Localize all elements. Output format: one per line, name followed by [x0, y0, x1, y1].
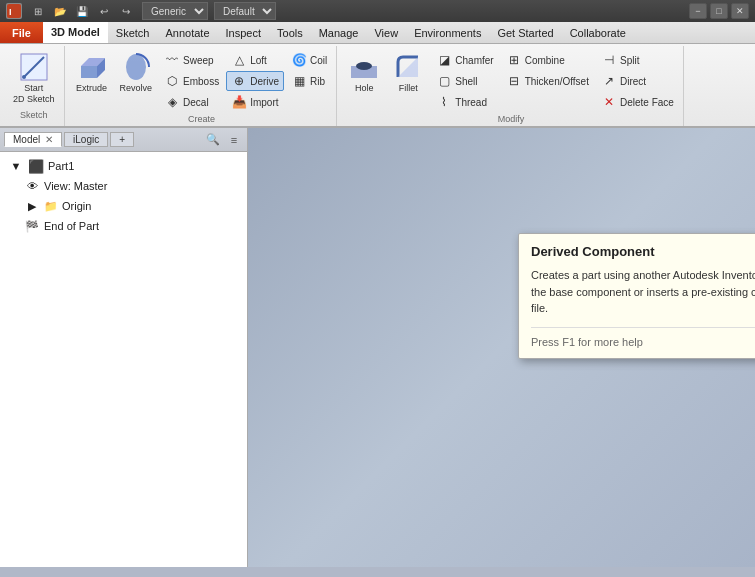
create-group: Extrude Revolve 〰 Sweep [67, 46, 338, 126]
origin-label: Origin [62, 200, 91, 212]
ilogic-tab[interactable]: iLogic [64, 132, 108, 147]
direct-button[interactable]: ↗ Direct [596, 71, 679, 91]
direct-icon: ↗ [601, 73, 617, 89]
sweep-button[interactable]: 〰 Sweep [159, 50, 224, 70]
thicken-icon: ⊟ [506, 73, 522, 89]
tree-end-of-part[interactable]: 🏁 End of Part [20, 216, 243, 236]
rib-label: Rib [310, 76, 325, 87]
panel-tabs: Model ✕ iLogic + [4, 132, 134, 147]
coil-icon: 🌀 [291, 52, 307, 68]
start-sketch-button[interactable]: Start2D Sketch [8, 48, 60, 108]
revolve-button[interactable]: Revolve [115, 48, 158, 97]
tree-part1[interactable]: ▼ ⬛ Part1 [4, 156, 243, 176]
loft-button[interactable]: △ Loft [226, 50, 284, 70]
svg-point-10 [356, 62, 372, 70]
svg-text:I: I [9, 7, 12, 17]
title-bar: I ⊞ 📂 💾 ↩ ↪ Generic Default − □ ✕ [0, 0, 755, 22]
thicken-button[interactable]: ⊟ Thicken/Offset [501, 71, 594, 91]
fillet-label: Fillet [399, 83, 418, 94]
menu-tools[interactable]: Tools [269, 22, 311, 43]
fillet-button[interactable]: Fillet [387, 48, 429, 97]
coil-label: Coil [310, 55, 327, 66]
modify-group-label: Modify [498, 114, 525, 124]
close-btn[interactable]: ✕ [731, 3, 749, 19]
tree-origin[interactable]: ▶ 📁 Origin [20, 196, 243, 216]
panel-menu-btn[interactable]: ≡ [225, 131, 243, 149]
generic-dropdown[interactable]: Generic [142, 2, 208, 20]
derive-label: Derive [250, 76, 279, 87]
panel-search-btn[interactable]: 🔍 [204, 131, 222, 149]
tooltip-body: Creates a part using another Autodesk In… [531, 267, 755, 317]
delete-face-button[interactable]: ✕ Delete Face [596, 92, 679, 112]
menu-3d-model[interactable]: 3D Model [43, 22, 108, 43]
model-tab-close[interactable]: ✕ [45, 134, 53, 145]
extrude-icon [76, 51, 108, 83]
menu-sketch[interactable]: Sketch [108, 22, 158, 43]
tooltip-title: Derived Component [531, 244, 755, 259]
add-tab[interactable]: + [110, 132, 134, 147]
emboss-icon: ⬡ [164, 73, 180, 89]
split-button[interactable]: ⊣ Split [596, 50, 679, 70]
main-area: Model ✕ iLogic + 🔍 ≡ ▼ ⬛ Part1 👁 Vi [0, 128, 755, 567]
save-btn[interactable]: 💾 [72, 3, 92, 19]
create-group-label: Create [188, 114, 215, 124]
part1-icon: ▼ [8, 158, 24, 174]
rib-button[interactable]: ▦ Rib [286, 71, 332, 91]
file-menu[interactable]: File [0, 22, 43, 43]
new-btn[interactable]: ⊞ [28, 3, 48, 19]
ribbon: Start2D Sketch Sketch Extrude [0, 44, 755, 128]
tooltip-help: Press F1 for more help [531, 327, 755, 348]
decal-icon: ◈ [164, 94, 180, 110]
view-master-icon: 👁 [24, 178, 40, 194]
part1-model-icon: ⬛ [28, 159, 44, 174]
emboss-button[interactable]: ⬡ Emboss [159, 71, 224, 91]
end-of-part-label: End of Part [44, 220, 99, 232]
sketch-group: Start2D Sketch Sketch [4, 46, 65, 126]
menu-inspect[interactable]: Inspect [218, 22, 269, 43]
menu-collaborate[interactable]: Collaborate [562, 22, 634, 43]
ilogic-tab-label: iLogic [73, 134, 99, 145]
open-btn[interactable]: 📂 [50, 3, 70, 19]
import-button[interactable]: 📥 Import [226, 92, 284, 112]
hole-label: Hole [355, 83, 374, 94]
menu-view[interactable]: View [366, 22, 406, 43]
extrude-button[interactable]: Extrude [71, 48, 113, 97]
minimize-btn[interactable]: − [689, 3, 707, 19]
chamfer-button[interactable]: ◪ Chamfer [431, 50, 498, 70]
model-tree: ▼ ⬛ Part1 👁 View: Master ▶ 📁 Origin 🏁 En… [0, 152, 247, 567]
part1-label: Part1 [48, 160, 74, 172]
shell-button[interactable]: ▢ Shell [431, 71, 498, 91]
menu-annotate[interactable]: Annotate [158, 22, 218, 43]
thread-button[interactable]: ⌇ Thread [431, 92, 498, 112]
maximize-btn[interactable]: □ [710, 3, 728, 19]
model-tab-label: Model [13, 134, 40, 145]
default-dropdown[interactable]: Default [214, 2, 276, 20]
decal-button[interactable]: ◈ Decal [159, 92, 224, 112]
decal-label: Decal [183, 97, 209, 108]
combine-button[interactable]: ⊞ Combine [501, 50, 594, 70]
redo-btn[interactable]: ↪ [116, 3, 136, 19]
shell-label: Shell [455, 76, 477, 87]
menu-manage[interactable]: Manage [311, 22, 367, 43]
menu-get-started[interactable]: Get Started [489, 22, 561, 43]
menu-environments[interactable]: Environments [406, 22, 489, 43]
svg-rect-5 [81, 66, 97, 78]
start-sketch-icon [18, 51, 50, 83]
tree-view-master[interactable]: 👁 View: Master [20, 176, 243, 196]
menu-bar: File 3D Model Sketch Annotate Inspect To… [0, 22, 755, 44]
import-label: Import [250, 97, 278, 108]
model-tab[interactable]: Model ✕ [4, 132, 62, 147]
thicken-label: Thicken/Offset [525, 76, 589, 87]
undo-btn[interactable]: ↩ [94, 3, 114, 19]
thread-icon: ⌇ [436, 94, 452, 110]
origin-expand-icon: ▶ [24, 198, 40, 214]
coil-button[interactable]: 🌀 Coil [286, 50, 332, 70]
derive-button[interactable]: ⊕ Derive [226, 71, 284, 91]
modify-group: Hole Fillet ◪ Chamfer [339, 46, 684, 126]
import-icon: 📥 [231, 94, 247, 110]
panel-actions: 🔍 ≡ [204, 131, 243, 149]
chamfer-icon: ◪ [436, 52, 452, 68]
viewport[interactable]: Derived Component Creates a part using a… [248, 128, 755, 567]
svg-point-4 [22, 75, 26, 79]
hole-button[interactable]: Hole [343, 48, 385, 97]
